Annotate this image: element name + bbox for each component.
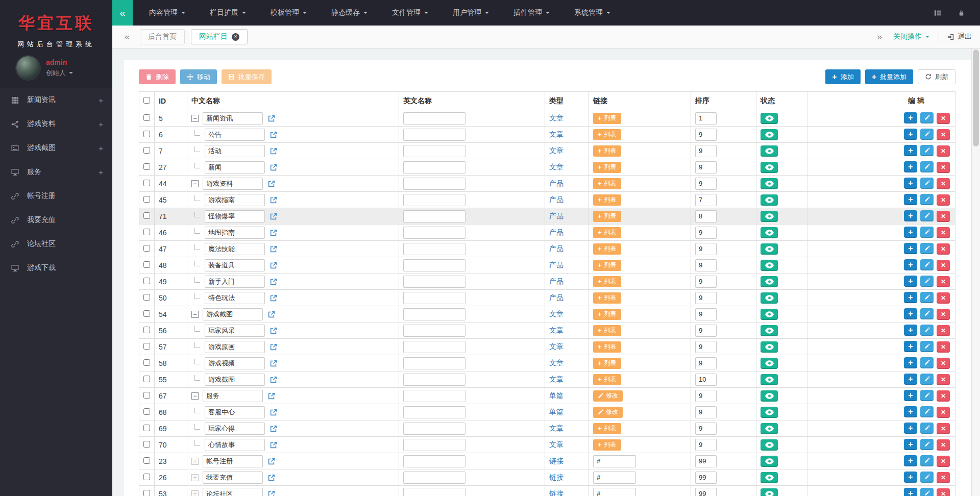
status-toggle-button[interactable] [761, 325, 778, 336]
list-button[interactable]: +列表 [593, 260, 621, 271]
row-checkbox[interactable] [143, 474, 150, 480]
row-checkbox[interactable] [143, 490, 150, 496]
row-checkbox[interactable] [143, 131, 150, 137]
edit-row-button[interactable] [920, 145, 934, 156]
name-cn-input[interactable] [205, 423, 265, 435]
status-toggle-button[interactable] [761, 488, 778, 496]
sort-input[interactable] [695, 472, 717, 484]
name-cn-input[interactable] [203, 455, 263, 467]
name-en-input[interactable] [403, 276, 465, 288]
link-url-input[interactable] [593, 455, 636, 467]
sort-input[interactable] [695, 129, 717, 141]
delete-row-button[interactable]: ✕ [937, 243, 950, 255]
type-link[interactable]: 单篇 [549, 408, 564, 416]
delete-row-button[interactable]: ✕ [937, 129, 950, 140]
add-child-button[interactable]: + [904, 406, 917, 417]
modify-button[interactable]: 修改 [593, 407, 623, 418]
type-link[interactable]: 产品 [549, 261, 564, 269]
add-child-button[interactable]: + [904, 325, 917, 336]
name-cn-input[interactable] [205, 406, 265, 418]
name-en-input[interactable] [403, 259, 465, 271]
sort-input[interactable] [695, 374, 717, 386]
name-en-input[interactable] [403, 390, 465, 402]
external-link-icon[interactable] [268, 458, 275, 465]
nav-menu-file[interactable]: 文件管理 [380, 0, 440, 26]
add-child-button[interactable]: + [904, 341, 917, 352]
delete-row-button[interactable]: ✕ [937, 113, 950, 124]
delete-row-button[interactable]: ✕ [937, 456, 950, 467]
type-link[interactable]: 文章 [549, 310, 564, 318]
type-link[interactable]: 单篇 [549, 391, 564, 400]
external-link-icon[interactable] [268, 115, 275, 122]
status-toggle-button[interactable] [761, 178, 778, 189]
type-link[interactable]: 链接 [549, 473, 564, 481]
sidebar-item-download[interactable]: 游戏下载 [0, 256, 112, 280]
list-button[interactable]: +列表 [593, 211, 621, 222]
refresh-button[interactable]: 刷新 [918, 69, 955, 84]
list-button[interactable]: +列表 [593, 243, 621, 255]
status-toggle-button[interactable] [761, 113, 778, 124]
type-link[interactable]: 链接 [549, 489, 564, 496]
row-checkbox[interactable] [143, 359, 150, 366]
list-button[interactable]: +列表 [593, 145, 621, 157]
external-link-icon[interactable] [270, 131, 277, 138]
list-button[interactable]: +列表 [593, 292, 621, 304]
name-cn-input[interactable] [205, 357, 265, 369]
type-link[interactable]: 产品 [549, 293, 564, 302]
type-link[interactable]: 产品 [549, 244, 564, 253]
edit-row-button[interactable] [920, 341, 934, 352]
add-child-button[interactable]: + [904, 259, 917, 270]
row-checkbox[interactable] [143, 310, 150, 317]
tree-collapse-icon[interactable]: − [191, 392, 199, 400]
sort-input[interactable] [695, 178, 717, 190]
delete-row-button[interactable]: ✕ [937, 292, 950, 304]
name-cn-input[interactable] [203, 308, 263, 320]
vertical-scrollbar[interactable] [971, 48, 980, 496]
edit-row-button[interactable] [920, 472, 934, 483]
edit-row-button[interactable] [920, 357, 934, 368]
external-link-icon[interactable] [270, 441, 277, 449]
name-en-input[interactable] [403, 145, 465, 157]
name-cn-input[interactable] [205, 325, 265, 337]
type-link[interactable]: 链接 [549, 457, 564, 465]
status-toggle-button[interactable] [761, 374, 778, 385]
sort-input[interactable] [695, 276, 717, 288]
sidebar-item-forum[interactable]: 论坛社区 [0, 232, 112, 256]
delete-row-button[interactable]: ✕ [937, 390, 950, 402]
row-checkbox[interactable] [143, 441, 150, 448]
sort-input[interactable] [695, 455, 717, 467]
type-link[interactable]: 产品 [549, 195, 564, 204]
add-child-button[interactable]: + [904, 374, 917, 385]
sort-input[interactable] [695, 390, 717, 402]
external-link-icon[interactable] [270, 294, 277, 302]
edit-row-button[interactable] [920, 112, 934, 123]
external-link-icon[interactable] [268, 180, 275, 187]
delete-row-button[interactable]: ✕ [937, 145, 950, 157]
type-link[interactable]: 文章 [549, 424, 564, 432]
delete-row-button[interactable]: ✕ [937, 194, 950, 206]
batch-add-button[interactable]: + 批量添加 [865, 69, 913, 84]
list-button[interactable]: +列表 [593, 341, 621, 353]
add-child-button[interactable]: + [904, 276, 917, 287]
name-cn-input[interactable] [205, 276, 265, 288]
status-toggle-button[interactable] [761, 407, 778, 418]
external-link-icon[interactable] [270, 409, 277, 416]
sidebar-collapse-button[interactable]: « [112, 0, 133, 26]
sidebar-item-register[interactable]: 帐号注册 [0, 184, 112, 208]
row-checkbox[interactable] [143, 229, 150, 235]
status-toggle-button[interactable] [761, 276, 778, 287]
logout-button[interactable]: 退出 [939, 32, 972, 41]
name-cn-input[interactable] [205, 227, 265, 239]
delete-row-button[interactable]: ✕ [937, 439, 950, 451]
row-checkbox[interactable] [143, 196, 150, 203]
sort-input[interactable] [695, 423, 717, 435]
name-en-input[interactable] [403, 472, 465, 484]
row-checkbox[interactable] [143, 147, 150, 154]
name-en-input[interactable] [403, 341, 465, 353]
row-checkbox[interactable] [143, 261, 150, 268]
edit-row-button[interactable] [920, 276, 934, 287]
add-button[interactable]: + 添加 [825, 69, 860, 84]
external-link-icon[interactable] [268, 490, 275, 496]
status-toggle-button[interactable] [761, 423, 778, 434]
nav-menu-static-cache[interactable]: 静态缓存 [319, 0, 380, 26]
